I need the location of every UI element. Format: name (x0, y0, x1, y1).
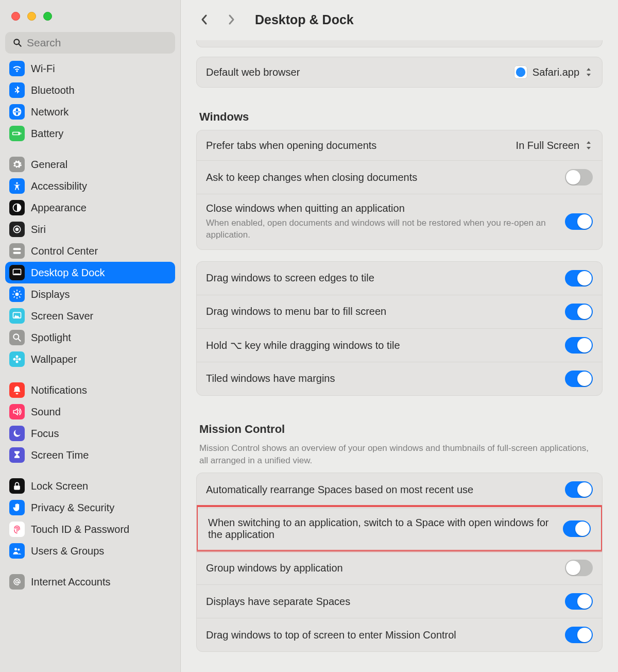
at-icon (9, 574, 25, 590)
sidebar-item-label: Internet Accounts (31, 576, 111, 588)
battery-icon (9, 126, 25, 141)
sidebar-item-users-groups[interactable]: Users & Groups (5, 540, 175, 562)
prefer-tabs-popup[interactable]: In Full Screen (516, 140, 593, 152)
sidebar-item-label: Bluetooth (31, 85, 75, 96)
tile-margins-label: Tiled windows have margins (206, 373, 565, 384)
sidebar-item-screen-saver[interactable]: Screen Saver (5, 305, 175, 327)
close-windows-label: Close windows when quitting an applicati… (206, 203, 565, 214)
sidebar-item-wi-fi[interactable]: Wi-Fi (5, 58, 175, 79)
sidebar-item-bluetooth[interactable]: Bluetooth (5, 79, 175, 101)
default-browser-label: Default web browser (206, 66, 514, 78)
sidebar-item-label: Wi-Fi (31, 63, 55, 75)
sidebar-item-label: Focus (31, 428, 59, 440)
mc-auto-label: Automatically rearrange Spaces based on … (206, 484, 565, 496)
highlighted-setting: When switching to an application, switch… (196, 505, 603, 552)
mc-displays-label: Displays have separate Spaces (206, 596, 565, 608)
hand-icon (9, 500, 25, 515)
tile-edges-label: Drag windows to screen edges to tile (206, 272, 565, 284)
mc-group-toggle[interactable] (565, 560, 593, 576)
windows-card: Prefer tabs when opening documents In Fu… (196, 130, 603, 250)
sidebar-item-focus[interactable]: Focus (5, 423, 175, 444)
sidebar-item-label: Control Center (31, 245, 98, 257)
mc-group-label: Group windows by application (206, 562, 565, 574)
sidebar-item-desktop-dock[interactable]: Desktop & Dock (5, 262, 175, 283)
access-icon (9, 178, 25, 194)
sidebar-item-sound[interactable]: Sound (5, 401, 175, 423)
users-icon (9, 543, 25, 559)
back-button[interactable] (197, 10, 212, 29)
sidebar-item-label: Sound (31, 406, 61, 418)
search-field[interactable] (5, 32, 175, 54)
prefer-tabs-value: In Full Screen (516, 140, 579, 152)
settings-scroll[interactable]: Default web browser Safari.app Windows P… (181, 39, 618, 672)
mc-displays-toggle[interactable] (565, 593, 593, 610)
sidebar-item-network[interactable]: Network (5, 101, 175, 123)
bell-icon (9, 382, 25, 398)
close-windows-toggle[interactable] (565, 213, 593, 230)
sidebar-item-label: Displays (31, 289, 70, 300)
forward-button[interactable] (224, 10, 238, 29)
screensaver-icon (9, 308, 25, 324)
mission-control-heading: Mission Control (196, 407, 603, 442)
sidebar-item-appearance[interactable]: Appearance (5, 197, 175, 219)
mc-switch-toggle[interactable] (563, 520, 591, 537)
sidebar-item-wallpaper[interactable]: Wallpaper (5, 348, 175, 370)
fullscreen-window-button[interactable] (43, 12, 52, 21)
sidebar-item-label: Appearance (31, 202, 87, 214)
dock-icon (9, 265, 25, 280)
ask-keep-changes-toggle[interactable] (565, 169, 593, 186)
tile-menubar-toggle[interactable] (565, 304, 593, 320)
sidebar-item-label: Lock Screen (31, 480, 88, 492)
sidebar-item-label: Touch ID & Password (31, 524, 129, 535)
header: Desktop & Dock (181, 0, 618, 39)
sidebar-item-lock-screen[interactable]: Lock Screen (5, 475, 175, 497)
sidebar-item-label: Spotlight (31, 332, 71, 344)
close-window-button[interactable] (11, 12, 20, 21)
sidebar-item-notifications[interactable]: Notifications (5, 379, 175, 401)
switches-icon (9, 243, 25, 259)
search-icon (9, 330, 25, 345)
prefer-tabs-label: Prefer tabs when opening documents (206, 140, 516, 152)
sidebar-item-touch-id-password[interactable]: Touch ID & Password (5, 518, 175, 540)
default-browser-value: Safari.app (533, 66, 579, 78)
sidebar-item-battery[interactable]: Battery (5, 123, 175, 144)
safari-icon (514, 65, 527, 79)
appearance-icon (9, 200, 25, 215)
mission-control-sub: Mission Control shows an overview of you… (196, 442, 603, 473)
sidebar-item-displays[interactable]: Displays (5, 283, 175, 305)
search-input[interactable] (27, 37, 168, 49)
gear-icon (9, 157, 25, 172)
moon-icon (9, 426, 25, 441)
content-pane: Desktop & Dock Default web browser Safar… (181, 0, 618, 672)
tile-edges-toggle[interactable] (565, 270, 593, 287)
sidebar-list: Wi-FiBluetoothNetworkBatteryGeneralAcces… (0, 58, 180, 672)
mc-auto-toggle[interactable] (565, 481, 593, 498)
speaker-icon (9, 404, 25, 419)
siri-icon (9, 222, 25, 237)
sidebar-item-label: Screen Time (31, 449, 89, 461)
sidebar-item-siri[interactable]: Siri (5, 219, 175, 240)
sidebar-item-privacy-security[interactable]: Privacy & Security (5, 497, 175, 518)
mc-switch-label: When switching to an application, switch… (208, 517, 563, 541)
sidebar-item-control-center[interactable]: Control Center (5, 240, 175, 262)
mission-control-card: Automatically rearrange Spaces based on … (196, 473, 603, 652)
sidebar-item-screen-time[interactable]: Screen Time (5, 444, 175, 466)
tile-margins-toggle[interactable] (565, 371, 593, 387)
minimize-window-button[interactable] (27, 12, 36, 21)
tiling-card: Drag windows to screen edges to tile Dra… (196, 261, 603, 396)
mc-dragtop-toggle[interactable] (565, 627, 593, 643)
sidebar-item-spotlight[interactable]: Spotlight (5, 327, 175, 348)
sidebar-item-accessibility[interactable]: Accessibility (5, 175, 175, 197)
sun-icon (9, 287, 25, 302)
mc-dragtop-label: Drag windows to top of screen to enter M… (206, 629, 565, 641)
tile-option-toggle[interactable] (565, 337, 593, 354)
page-title: Desktop & Dock (255, 12, 354, 27)
sidebar-item-label: Wallpaper (31, 354, 77, 365)
sidebar-item-label: Screen Saver (31, 310, 93, 322)
sidebar-item-general[interactable]: General (5, 154, 175, 175)
sidebar-item-internet-accounts[interactable]: Internet Accounts (5, 571, 175, 593)
default-browser-card: Default web browser Safari.app (196, 57, 603, 88)
close-windows-sub: When enabled, open documents and windows… (206, 217, 565, 241)
default-browser-popup[interactable]: Safari.app (514, 65, 593, 79)
ask-keep-changes-label: Ask to keep changes when closing documen… (206, 172, 565, 183)
